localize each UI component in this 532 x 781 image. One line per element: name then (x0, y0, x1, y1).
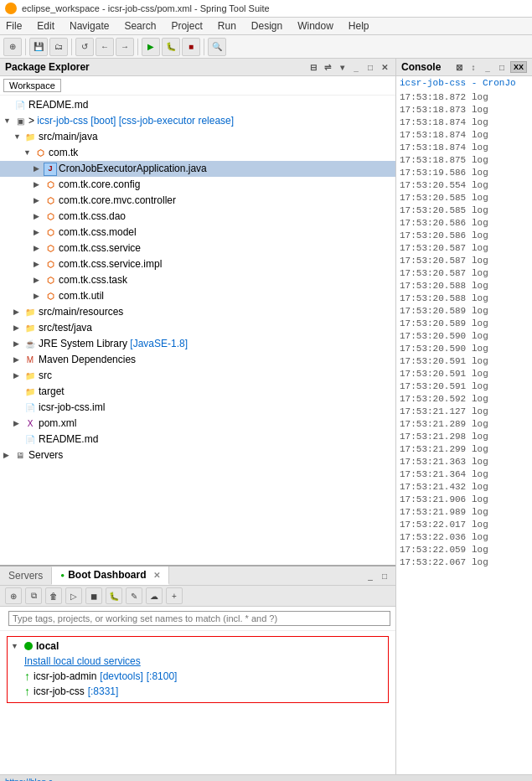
tree-item[interactable]: ▶ ⬡ com.tk.css.dao (0, 209, 395, 225)
debug-button[interactable]: 🐛 (162, 38, 180, 56)
minimize-panel-icon[interactable]: _ (364, 570, 376, 582)
run-button[interactable]: ▶ (142, 38, 160, 56)
package-icon: ⬡ (44, 194, 57, 208)
tree-item[interactable]: ▶ ⬡ com.tk.core.mvc.controller (0, 193, 395, 209)
tree-item[interactable]: ▼ ⬡ com.tk (0, 145, 395, 161)
tree-item[interactable]: ▶ ⬡ com.tk.css.service (0, 241, 395, 256)
log-line: 17:53:20.590log (400, 330, 529, 343)
tree-item[interactable]: ▶ ⬡ com.tk.util (0, 288, 395, 304)
boot-search-input[interactable] (8, 611, 390, 626)
log-text: log (472, 330, 488, 343)
menu-run[interactable]: Run (215, 19, 239, 33)
menu-file[interactable]: File (3, 19, 24, 33)
view-menu-icon[interactable]: ▾ (336, 61, 348, 73)
tree-item[interactable]: ▶ 📁 src (0, 368, 395, 384)
tree-item[interactable]: ▶ ⬡ com.tk.core.config (0, 177, 395, 193)
tree-item[interactable]: ▶ J CronJobExecutorApplication.java (0, 161, 395, 177)
tree-item[interactable]: ▶ 📁 src/main/resources (0, 304, 395, 320)
save-button[interactable]: 💾 (29, 38, 48, 56)
new-button[interactable]: ⊕ (3, 38, 22, 56)
search-icon[interactable]: 🔍 (208, 38, 226, 56)
log-text: log (472, 204, 488, 217)
tree-item[interactable]: ▶ ⬡ com.tk.css.service.impl (0, 256, 395, 272)
refresh-button[interactable]: ↺ (75, 38, 94, 56)
log-line: 17:53:20.590log (400, 343, 529, 355)
back-button[interactable]: ← (96, 38, 114, 56)
log-text: log (472, 506, 488, 519)
tree-item[interactable]: ▶ ⬡ com.tk.css.task (0, 272, 395, 288)
tree-item[interactable]: ▶ 📁 src/test/java (0, 320, 395, 336)
arrow-icon: ▶ (34, 162, 44, 176)
tree-item[interactable]: 📄 icsr-job-css.iml (0, 400, 395, 416)
tree-item[interactable]: 📁 target (0, 384, 395, 400)
maximize-icon[interactable]: □ (364, 61, 376, 73)
log-text: log (472, 418, 488, 431)
minimize-icon[interactable]: _ (350, 61, 362, 73)
tab-boot-dashboard[interactable]: ● Boot Dashboard ✕ (52, 566, 168, 585)
menu-design[interactable]: Design (249, 19, 285, 33)
local-arrow-icon[interactable]: ▼ (11, 642, 21, 650)
scroll-lock-icon[interactable]: ↕ (467, 61, 479, 73)
tree-item[interactable]: ▶ X pom.xml (0, 416, 395, 432)
log-text: log (472, 380, 488, 393)
tree-item[interactable]: ▼ 📁 src/main/java (0, 129, 395, 145)
tree-item[interactable]: ▼ ▣ > icsr-job-css [boot] [css-job-execu… (0, 113, 395, 129)
maximize-panel-icon[interactable]: □ (379, 570, 390, 582)
log-line: 17:53:20.591log (400, 368, 529, 380)
tab-servers[interactable]: Servers (0, 567, 52, 584)
log-line: 17:53:20.591log (400, 380, 529, 393)
clear-console-icon[interactable]: ⊠ (453, 61, 465, 73)
link-editor-icon[interactable]: ⇌ (322, 61, 333, 73)
file-icon: 📄 (23, 401, 37, 415)
menu-navigate[interactable]: Navigate (67, 19, 111, 33)
install-cloud-link[interactable]: Install local cloud services (11, 655, 385, 667)
duplicate-config-icon[interactable]: ⧉ (25, 587, 42, 604)
run-local-icon[interactable]: ▷ (65, 587, 82, 604)
tree-item[interactable]: 📄 README.md (0, 97, 395, 113)
stop-button[interactable]: ■ (182, 38, 200, 56)
edit-config-icon[interactable]: ✎ (126, 587, 142, 604)
file-tree[interactable]: 📄 README.md ▼ ▣ > icsr-job-css [boot] [c… (0, 96, 395, 565)
status-link[interactable]: https://blog.c... (5, 778, 59, 781)
menu-search[interactable]: Search (121, 19, 158, 33)
log-line: 17:53:18.874log (400, 142, 529, 154)
maximize-console-icon[interactable]: □ (496, 61, 508, 73)
log-text: log (472, 318, 488, 330)
collapse-all-icon[interactable]: ⊟ (307, 61, 319, 73)
tree-item[interactable]: ▶ ☕ JRE System Library [JavaSE-1.8] (0, 336, 395, 352)
new-run-config-icon[interactable]: ⊕ (5, 587, 22, 604)
expand-console-icon[interactable]: XX (510, 61, 527, 73)
log-text: log (472, 481, 488, 494)
forward-button[interactable]: → (116, 38, 134, 56)
log-time: 17:53:20.587 (400, 267, 467, 280)
close-tab-icon[interactable]: ✕ (153, 571, 160, 580)
tree-item[interactable]: 📄 README.md (0, 432, 395, 447)
debug-local-icon[interactable]: 🐛 (106, 587, 122, 604)
console-app-title: icsr-job-css - CronJo (396, 76, 532, 90)
menu-help[interactable]: Help (346, 19, 372, 33)
close-icon[interactable]: ✕ (379, 61, 390, 73)
tree-item[interactable]: ▶ 🖥 Servers (0, 447, 395, 463)
tree-label: com.tk.css.task (59, 273, 127, 287)
menu-window[interactable]: Window (295, 19, 336, 33)
delete-config-icon[interactable]: 🗑 (45, 587, 62, 604)
stop-local-icon[interactable]: ◼ (85, 587, 102, 604)
add-cloud-icon[interactable]: ☁ (146, 587, 163, 604)
log-text: log (472, 116, 488, 129)
save-all-button[interactable]: 🗂 (49, 38, 68, 56)
minimize-console-icon[interactable]: _ (482, 61, 493, 73)
workspace-button[interactable]: Workspace (3, 79, 61, 92)
menu-project[interactable]: Project (168, 19, 204, 33)
console-title: Console (401, 61, 441, 73)
log-line: 17:53:22.067log (400, 556, 529, 569)
log-line: 17:53:20.589log (400, 318, 529, 330)
eclipse-icon (5, 3, 17, 14)
tree-item[interactable]: ▶ ⬡ com.tk.css.model (0, 225, 395, 241)
app-entry-css[interactable]: ↑ icsr-job-css [:8331] (11, 684, 385, 699)
tree-item[interactable]: ▶ M Maven Dependencies (0, 352, 395, 368)
menu-edit[interactable]: Edit (34, 19, 57, 33)
refresh-boot-icon[interactable]: + (166, 587, 183, 604)
app-entry-admin[interactable]: ↑ icsr-job-admin [devtools] [:8100] (11, 669, 385, 684)
log-line: 17:53:21.299log (400, 443, 529, 456)
log-line: 17:53:20.588log (400, 280, 529, 292)
